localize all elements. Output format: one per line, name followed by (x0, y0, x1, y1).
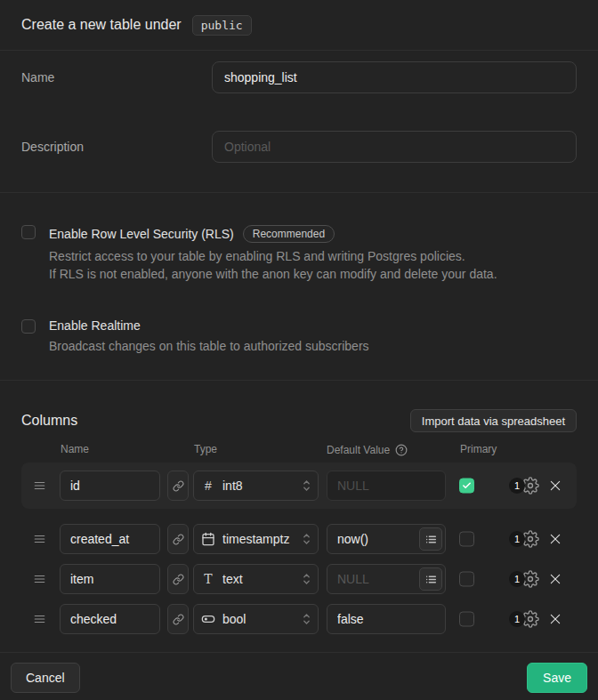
settings-count-badge: 1 (509, 531, 525, 547)
realtime-title-line: Enable Realtime (49, 319, 369, 333)
description-row: Description (21, 131, 577, 163)
foreign-key-button[interactable] (167, 471, 189, 501)
table-name-input[interactable] (212, 61, 577, 93)
header-default-value: Default Value (327, 444, 408, 456)
column-type-value: timestamptz (222, 532, 295, 546)
check-icon (462, 481, 472, 491)
realtime-label: Enable Realtime (49, 319, 141, 333)
remove-column-button[interactable] (548, 611, 564, 627)
header-default-label: Default Value (327, 445, 390, 456)
table-description-input[interactable] (212, 131, 577, 163)
default-value-wrap (327, 471, 446, 501)
name-label: Name (21, 61, 212, 84)
column-row-created-at: timestamptz 1 (0, 524, 598, 554)
primary-checkbox[interactable] (459, 572, 474, 587)
header-name: Name (61, 444, 89, 455)
toggle-icon (201, 612, 215, 626)
column-type-value: int8 (222, 479, 295, 493)
default-value-input[interactable] (327, 604, 446, 634)
save-button[interactable]: Save (527, 663, 587, 693)
dialog-footer: Cancel Save (0, 653, 598, 700)
rls-description-line2: If RLS is not enabled, anyone with the a… (49, 265, 497, 283)
column-settings-button[interactable]: 1 (509, 609, 539, 629)
dialog-title: Create a new table under (21, 17, 182, 33)
close-icon (548, 479, 562, 493)
primary-checkbox[interactable] (459, 612, 474, 627)
create-table-dialog: Create a new table under public Name Des… (0, 0, 598, 700)
foreign-key-button[interactable] (167, 604, 189, 634)
close-icon (548, 612, 562, 626)
table-info-section: Name Description (0, 51, 598, 193)
rls-description: Restrict access to your table by enablin… (49, 247, 497, 283)
text-icon: T (201, 572, 215, 586)
default-value-suggestions-button[interactable] (419, 567, 442, 591)
column-settings-button[interactable]: 1 (509, 529, 539, 549)
column-type-select[interactable]: # int8 (193, 471, 319, 501)
column-type-select[interactable]: timestamptz (193, 524, 319, 554)
columns-title: Columns (21, 409, 77, 432)
description-label: Description (21, 131, 212, 154)
remove-column-button[interactable] (548, 478, 564, 494)
link-icon (173, 534, 184, 545)
column-name-input[interactable] (60, 604, 160, 634)
default-value-wrap (327, 524, 446, 554)
link-icon (173, 614, 184, 625)
drag-handle-icon[interactable] (33, 613, 46, 625)
settings-count-badge: 1 (509, 571, 525, 587)
help-icon[interactable] (395, 444, 408, 456)
foreign-key-button[interactable] (167, 564, 189, 594)
column-type-value: bool (222, 612, 295, 626)
close-icon (548, 532, 562, 546)
column-type-select[interactable]: bool (193, 604, 319, 634)
remove-column-button[interactable] (548, 571, 564, 587)
list-icon (425, 534, 437, 545)
column-name-input[interactable] (60, 524, 160, 554)
header-type: Type (194, 444, 217, 455)
header-primary: Primary (460, 444, 497, 455)
recommended-badge: Recommended (243, 225, 335, 243)
columns-header: Columns Import data via spreadsheet (0, 381, 598, 432)
default-value-wrap (327, 604, 446, 634)
default-value-wrap (327, 564, 446, 594)
list-icon (425, 574, 437, 585)
realtime-checkbox[interactable] (21, 319, 36, 334)
chevron-up-down-icon (303, 532, 311, 546)
remove-column-button[interactable] (548, 531, 564, 547)
chevron-up-down-icon (303, 572, 311, 586)
rls-toggle-row: Enable Row Level Security (RLS) Recommen… (21, 225, 577, 283)
schema-chip: public (192, 15, 252, 36)
cancel-button[interactable]: Cancel (11, 663, 80, 693)
rls-description-line1: Restrict access to your table by enablin… (49, 247, 497, 265)
column-settings-button[interactable]: 1 (509, 569, 539, 589)
column-type-select[interactable]: T text (193, 564, 319, 594)
rls-title-line: Enable Row Level Security (RLS) Recommen… (49, 225, 497, 243)
realtime-description: Broadcast changes on this table to autho… (49, 337, 369, 355)
column-name-input[interactable] (60, 471, 160, 501)
default-value-input (327, 471, 446, 501)
foreign-key-button[interactable] (167, 524, 189, 554)
drag-handle-icon[interactable] (33, 533, 46, 545)
realtime-toggle-row: Enable Realtime Broadcast changes on thi… (21, 319, 577, 355)
column-row-item: T text 1 (0, 564, 598, 594)
drag-handle-icon[interactable] (33, 479, 46, 492)
rls-checkbox[interactable] (21, 225, 36, 239)
name-row: Name (21, 61, 577, 93)
primary-checkbox[interactable] (459, 532, 474, 547)
dialog-header: Create a new table under public (0, 0, 598, 51)
close-icon (548, 572, 562, 586)
default-value-suggestions-button[interactable] (419, 527, 442, 551)
column-settings-button[interactable]: 1 (509, 476, 539, 495)
settings-count-badge: 1 (509, 478, 525, 494)
rls-content: Enable Row Level Security (RLS) Recommen… (49, 225, 497, 283)
link-icon (173, 574, 184, 585)
rls-label: Enable Row Level Security (RLS) (49, 228, 234, 241)
primary-checkbox[interactable] (459, 479, 474, 494)
drag-handle-icon[interactable] (33, 573, 46, 585)
columns-grid-headers: Name Type Default Value Primary (0, 444, 598, 455)
link-icon (173, 480, 184, 492)
options-section: Enable Row Level Security (RLS) Recommen… (0, 193, 598, 381)
hash-icon: # (201, 479, 215, 493)
import-spreadsheet-button[interactable]: Import data via spreadsheet (410, 409, 577, 432)
realtime-content: Enable Realtime Broadcast changes on thi… (49, 319, 369, 355)
column-name-input[interactable] (60, 564, 160, 594)
